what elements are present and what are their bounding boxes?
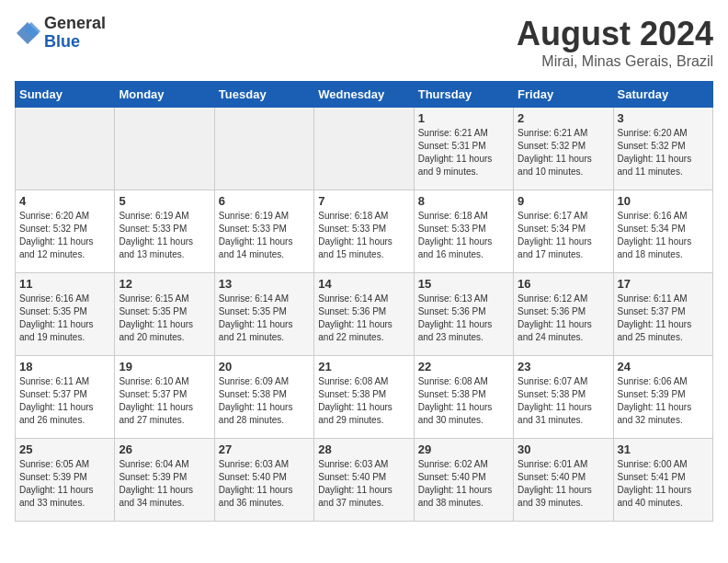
weekday-header-monday: Monday	[115, 82, 214, 108]
day-info: Sunrise: 6:10 AM Sunset: 5:37 PM Dayligh…	[119, 375, 210, 427]
calendar-week-5: 25Sunrise: 6:05 AM Sunset: 5:39 PM Dayli…	[16, 439, 713, 522]
day-number: 1	[418, 111, 509, 125]
day-info: Sunrise: 6:08 AM Sunset: 5:38 PM Dayligh…	[318, 375, 409, 427]
calendar-week-3: 11Sunrise: 6:16 AM Sunset: 5:35 PM Dayli…	[16, 273, 713, 356]
day-number: 14	[318, 277, 409, 291]
day-info: Sunrise: 6:20 AM Sunset: 5:32 PM Dayligh…	[618, 127, 709, 178]
day-number: 20	[219, 360, 310, 373]
calendar-cell: 23Sunrise: 6:07 AM Sunset: 5:38 PM Dayli…	[514, 356, 613, 439]
calendar-cell	[314, 108, 414, 190]
calendar-header: SundayMondayTuesdayWednesdayThursdayFrid…	[16, 82, 713, 108]
calendar-cell: 20Sunrise: 6:09 AM Sunset: 5:38 PM Dayli…	[214, 356, 313, 439]
day-number: 10	[618, 194, 709, 208]
day-info: Sunrise: 6:19 AM Sunset: 5:33 PM Dayligh…	[219, 210, 310, 261]
day-number: 3	[618, 111, 709, 125]
day-info: Sunrise: 6:16 AM Sunset: 5:35 PM Dayligh…	[19, 293, 110, 344]
calendar-cell: 11Sunrise: 6:16 AM Sunset: 5:35 PM Dayli…	[16, 273, 115, 356]
day-info: Sunrise: 6:09 AM Sunset: 5:38 PM Dayligh…	[219, 375, 310, 427]
day-number: 30	[518, 442, 609, 456]
day-info: Sunrise: 6:08 AM Sunset: 5:38 PM Dayligh…	[418, 375, 509, 427]
day-info: Sunrise: 6:11 AM Sunset: 5:37 PM Dayligh…	[19, 375, 110, 427]
day-number: 2	[518, 111, 609, 125]
calendar-cell: 3Sunrise: 6:20 AM Sunset: 5:32 PM Daylig…	[613, 108, 712, 190]
day-info: Sunrise: 6:21 AM Sunset: 5:31 PM Dayligh…	[418, 127, 509, 178]
day-number: 24	[618, 360, 709, 373]
day-info: Sunrise: 6:03 AM Sunset: 5:40 PM Dayligh…	[318, 458, 409, 510]
day-number: 8	[418, 194, 509, 208]
day-info: Sunrise: 6:00 AM Sunset: 5:41 PM Dayligh…	[618, 458, 709, 510]
day-info: Sunrise: 6:18 AM Sunset: 5:33 PM Dayligh…	[418, 210, 509, 261]
calendar-cell: 6Sunrise: 6:19 AM Sunset: 5:33 PM Daylig…	[214, 190, 313, 273]
calendar-table: SundayMondayTuesdayWednesdayThursdayFrid…	[15, 81, 713, 522]
calendar-cell: 7Sunrise: 6:18 AM Sunset: 5:33 PM Daylig…	[314, 190, 414, 273]
day-info: Sunrise: 6:03 AM Sunset: 5:40 PM Dayligh…	[219, 458, 310, 510]
calendar-cell: 18Sunrise: 6:11 AM Sunset: 5:37 PM Dayli…	[16, 356, 115, 439]
day-number: 26	[119, 442, 210, 456]
calendar-body: 1Sunrise: 6:21 AM Sunset: 5:31 PM Daylig…	[16, 108, 713, 522]
day-info: Sunrise: 6:07 AM Sunset: 5:38 PM Dayligh…	[518, 375, 609, 427]
weekday-header-wednesday: Wednesday	[314, 82, 414, 108]
calendar-cell: 17Sunrise: 6:11 AM Sunset: 5:37 PM Dayli…	[613, 273, 712, 356]
day-number: 27	[219, 442, 310, 456]
calendar-cell: 21Sunrise: 6:08 AM Sunset: 5:38 PM Dayli…	[314, 356, 414, 439]
calendar-cell: 27Sunrise: 6:03 AM Sunset: 5:40 PM Dayli…	[214, 439, 313, 522]
location: Mirai, Minas Gerais, Brazil	[517, 53, 713, 70]
day-number: 15	[418, 277, 509, 291]
weekday-header-friday: Friday	[514, 82, 613, 108]
calendar-cell	[16, 108, 115, 190]
calendar-cell: 12Sunrise: 6:15 AM Sunset: 5:35 PM Dayli…	[115, 273, 214, 356]
weekday-header-row: SundayMondayTuesdayWednesdayThursdayFrid…	[16, 82, 713, 108]
calendar-cell: 22Sunrise: 6:08 AM Sunset: 5:38 PM Dayli…	[414, 356, 513, 439]
day-number: 28	[318, 442, 409, 456]
calendar-cell: 26Sunrise: 6:04 AM Sunset: 5:39 PM Dayli…	[115, 439, 214, 522]
calendar-cell	[115, 108, 214, 190]
day-number: 4	[19, 194, 110, 208]
title-block: August 2024 Mirai, Minas Gerais, Brazil	[517, 15, 713, 70]
weekday-header-sunday: Sunday	[16, 82, 115, 108]
weekday-header-tuesday: Tuesday	[214, 82, 313, 108]
month-title: August 2024	[517, 15, 713, 53]
day-info: Sunrise: 6:18 AM Sunset: 5:33 PM Dayligh…	[318, 210, 409, 261]
calendar-week-4: 18Sunrise: 6:11 AM Sunset: 5:37 PM Dayli…	[16, 356, 713, 439]
page-header: General Blue August 2024 Mirai, Minas Ge…	[15, 15, 713, 70]
day-info: Sunrise: 6:14 AM Sunset: 5:35 PM Dayligh…	[219, 293, 310, 344]
calendar-cell: 25Sunrise: 6:05 AM Sunset: 5:39 PM Dayli…	[16, 439, 115, 522]
day-number: 6	[219, 194, 310, 208]
calendar-cell: 28Sunrise: 6:03 AM Sunset: 5:40 PM Dayli…	[314, 439, 414, 522]
weekday-header-thursday: Thursday	[414, 82, 513, 108]
calendar-cell: 8Sunrise: 6:18 AM Sunset: 5:33 PM Daylig…	[414, 190, 513, 273]
day-number: 17	[618, 277, 709, 291]
day-info: Sunrise: 6:16 AM Sunset: 5:34 PM Dayligh…	[618, 210, 709, 261]
day-number: 18	[19, 360, 110, 373]
day-info: Sunrise: 6:15 AM Sunset: 5:35 PM Dayligh…	[119, 293, 210, 344]
day-info: Sunrise: 6:06 AM Sunset: 5:39 PM Dayligh…	[618, 375, 709, 427]
logo-blue: Blue	[44, 33, 106, 52]
day-info: Sunrise: 6:19 AM Sunset: 5:33 PM Dayligh…	[119, 210, 210, 261]
day-number: 7	[318, 194, 409, 208]
calendar-cell: 24Sunrise: 6:06 AM Sunset: 5:39 PM Dayli…	[613, 356, 712, 439]
calendar-cell: 2Sunrise: 6:21 AM Sunset: 5:32 PM Daylig…	[514, 108, 613, 190]
calendar-cell: 19Sunrise: 6:10 AM Sunset: 5:37 PM Dayli…	[115, 356, 214, 439]
day-info: Sunrise: 6:05 AM Sunset: 5:39 PM Dayligh…	[19, 458, 110, 510]
weekday-header-saturday: Saturday	[613, 82, 712, 108]
day-number: 19	[119, 360, 210, 373]
calendar-cell: 14Sunrise: 6:14 AM Sunset: 5:36 PM Dayli…	[314, 273, 414, 356]
day-info: Sunrise: 6:13 AM Sunset: 5:36 PM Dayligh…	[418, 293, 509, 344]
day-info: Sunrise: 6:17 AM Sunset: 5:34 PM Dayligh…	[518, 210, 609, 261]
day-number: 23	[518, 360, 609, 373]
day-number: 12	[119, 277, 210, 291]
day-info: Sunrise: 6:12 AM Sunset: 5:36 PM Dayligh…	[518, 293, 609, 344]
logo-general: General	[44, 15, 106, 33]
day-info: Sunrise: 6:02 AM Sunset: 5:40 PM Dayligh…	[418, 458, 509, 510]
day-number: 29	[418, 442, 509, 456]
calendar-cell: 29Sunrise: 6:02 AM Sunset: 5:40 PM Dayli…	[414, 439, 513, 522]
day-number: 13	[219, 277, 310, 291]
day-number: 22	[418, 360, 509, 373]
calendar-cell: 13Sunrise: 6:14 AM Sunset: 5:35 PM Dayli…	[214, 273, 313, 356]
calendar-cell: 9Sunrise: 6:17 AM Sunset: 5:34 PM Daylig…	[514, 190, 613, 273]
day-number: 16	[518, 277, 609, 291]
day-info: Sunrise: 6:04 AM Sunset: 5:39 PM Dayligh…	[119, 458, 210, 510]
calendar-cell	[214, 108, 313, 190]
calendar-cell: 5Sunrise: 6:19 AM Sunset: 5:33 PM Daylig…	[115, 190, 214, 273]
day-info: Sunrise: 6:20 AM Sunset: 5:32 PM Dayligh…	[19, 210, 110, 261]
